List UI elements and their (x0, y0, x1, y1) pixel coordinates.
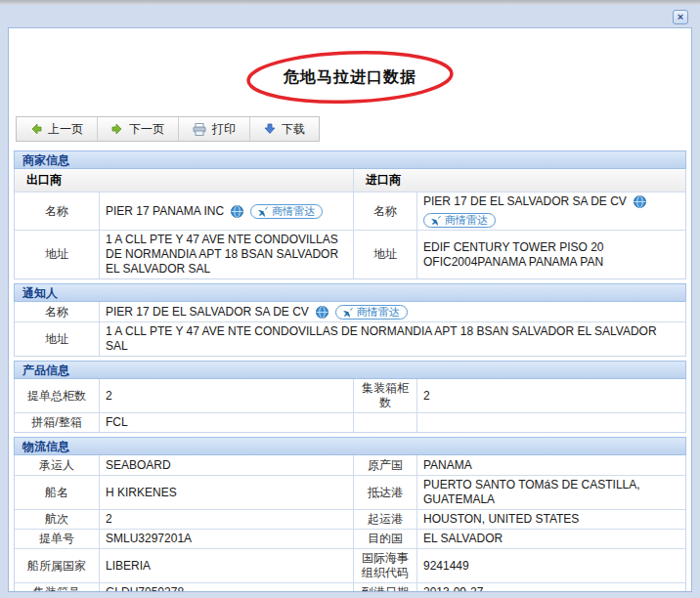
exporter-name-cell: PIER 17 PANAMA INC 商情雷达 (99, 192, 353, 230)
table-row: 地址 1 A CLL PTE Y 47 AVE NTE CONDOVILLAS … (15, 321, 685, 356)
detail-sections: 商家信息 出口商 进口商 名称 PIER 17 PANAMA INC (9, 142, 691, 592)
download-button[interactable]: 下载 (250, 117, 319, 141)
close-icon[interactable]: × (673, 10, 688, 24)
field-label: 地址 (15, 231, 99, 278)
radar-icon (431, 215, 442, 226)
field-value: GLDU7050278 (99, 583, 353, 592)
table-row: 地址 1 A CLL PTE Y 47 AVE NTE CONDOVILLAS … (15, 230, 685, 278)
table-row: 提单号 SMLU3297201A 目的国 EL SALVADOR (15, 529, 685, 548)
notify-address: 1 A CLL PTE Y 47 AVE NTE CONDOVILLAS DE … (99, 322, 685, 356)
next-page-label: 下一页 (129, 121, 164, 138)
field-label: 国际海事组织代码 (353, 549, 416, 582)
field-label: 原产国 (353, 455, 416, 475)
notify-name-cell: PIER 17 DE EL SALVADOR SA DE CV 商情雷达 (99, 302, 685, 321)
field-label: 船名 (15, 476, 99, 509)
radar-badge-label: 商情雷达 (272, 204, 315, 219)
exporter-header: 出口商 (15, 169, 353, 192)
field-label (353, 413, 416, 432)
field-label: 目的国 (353, 530, 416, 548)
importer-name-cell: PIER 17 DE EL SALVADOR SA DE CV 商情雷达 (416, 192, 685, 230)
field-value: PUERTO SANTO TOMáS DE CASTILLA, GUATEMAL… (416, 476, 685, 509)
importer-name: PIER 17 DE EL SALVADOR SA DE CV (423, 194, 627, 209)
radar-badge-label: 商情雷达 (445, 213, 488, 228)
printer-icon (193, 123, 206, 136)
modal-titlebar: × (0, 5, 700, 27)
field-label: 集装箱号 (15, 583, 99, 592)
table-row: 航次 2 起运港 HOUSTON, UNITED STATES (15, 509, 685, 529)
table-row: 集装箱号 GLDU7050278 到港日期 2013-09-27 (15, 582, 685, 592)
table-row: 船名 H KIRKENES 抵达港 PUERTO SANTO TOMáS DE … (15, 475, 685, 509)
field-label: 名称 (15, 192, 99, 230)
page-title: 危地马拉进口数据 (284, 67, 416, 88)
field-value: 2 (416, 379, 685, 412)
section-header-product: 产品信息 (14, 361, 686, 379)
field-value: SEABOARD (99, 455, 353, 475)
prev-page-label: 上一页 (48, 121, 83, 138)
globe-icon[interactable] (316, 306, 328, 319)
prev-page-button[interactable]: 上一页 (17, 117, 98, 141)
table-row: 名称 PIER 17 PANAMA INC 商情雷达 (15, 192, 685, 230)
section-logistics-info: 物流信息 承运人 SEABOARD 原产国 PANAMA 船名 H KIRKEN… (14, 437, 686, 592)
radar-badge[interactable]: 商情雷达 (423, 213, 496, 228)
radar-badge[interactable]: 商情雷达 (250, 204, 323, 219)
section-product-info: 产品信息 提单总柜数 2 集装箱柜数 2 拼箱/整箱 FCL (14, 361, 686, 433)
field-value: SMLU3297201A (99, 530, 353, 548)
field-label: 提单总柜数 (15, 379, 99, 412)
radar-icon (343, 307, 354, 318)
globe-icon[interactable] (231, 205, 243, 218)
field-value: 2 (99, 510, 353, 529)
field-value: PANAMA (416, 455, 685, 475)
radar-badge-label: 商情雷达 (357, 305, 400, 320)
field-value: EL SALVADOR (416, 530, 685, 548)
download-label: 下载 (282, 121, 305, 138)
exporter-address: 1 A CLL PTE Y 47 AVE NTE CONDOVILLAS DE … (99, 231, 353, 278)
section-header-logistics: 物流信息 (14, 437, 686, 455)
importer-header: 进口商 (353, 169, 685, 192)
section-merchant-info: 商家信息 出口商 进口商 名称 PIER 17 PANAMA INC (14, 150, 686, 279)
toolbar: 上一页 下一页 打印 (16, 116, 320, 142)
title-area: 危地马拉进口数据 (9, 52, 691, 103)
field-value: 2013-09-27 (416, 583, 685, 592)
print-button[interactable]: 打印 (179, 117, 250, 141)
field-label: 提单号 (15, 530, 99, 548)
field-label: 地址 (353, 231, 416, 278)
modal-window: × 危地马拉进口数据 上一页 下一页 (0, 5, 700, 598)
field-label: 航次 (15, 510, 99, 529)
field-value: HOUSTON, UNITED STATES (416, 510, 685, 529)
section-header-merchant: 商家信息 (14, 150, 686, 169)
field-label: 起运港 (353, 510, 416, 529)
modal-content-panel: 危地马拉进口数据 上一页 下一页 (8, 27, 692, 592)
field-value: 9241449 (416, 549, 685, 582)
field-value: 2 (99, 379, 353, 412)
arrow-down-icon (264, 123, 276, 135)
radar-icon (258, 206, 269, 217)
field-label: 地址 (15, 322, 99, 356)
field-label: 名称 (15, 302, 99, 321)
arrow-left-icon (30, 123, 42, 135)
table-row: 船所属国家 LIBERIA 国际海事组织代码 9241449 (15, 548, 685, 582)
section-notify-party: 通知人 名称 PIER 17 DE EL SALVADOR SA DE CV (14, 283, 686, 357)
field-value: LIBERIA (99, 549, 353, 582)
field-label: 船所属国家 (15, 549, 99, 582)
table-row: 出口商 进口商 (15, 169, 685, 192)
arrow-right-icon (111, 123, 123, 135)
table-row: 提单总柜数 2 集装箱柜数 2 (15, 379, 685, 412)
field-label: 到港日期 (353, 583, 416, 592)
exporter-name: PIER 17 PANAMA INC (106, 204, 224, 219)
section-header-notify: 通知人 (14, 283, 686, 302)
table-row: 名称 PIER 17 DE EL SALVADOR SA DE CV 商情雷达 (15, 302, 685, 321)
field-label: 抵达港 (353, 476, 416, 509)
field-label: 集装箱柜数 (353, 379, 416, 412)
next-page-button[interactable]: 下一页 (98, 117, 179, 141)
table-row: 拼箱/整箱 FCL (15, 412, 685, 432)
table-row: 承运人 SEABOARD 原产国 PANAMA (15, 455, 685, 475)
field-label: 拼箱/整箱 (15, 413, 99, 432)
globe-icon[interactable] (634, 195, 646, 208)
field-label: 名称 (353, 192, 416, 230)
importer-address: EDIF CENTURY TOWER PISO 20 OFIC2004PANAM… (416, 231, 685, 278)
notify-name: PIER 17 DE EL SALVADOR SA DE CV (106, 305, 309, 320)
field-value: FCL (99, 413, 353, 432)
field-label: 承运人 (15, 455, 99, 475)
radar-badge[interactable]: 商情雷达 (335, 305, 408, 320)
field-value (416, 413, 685, 432)
